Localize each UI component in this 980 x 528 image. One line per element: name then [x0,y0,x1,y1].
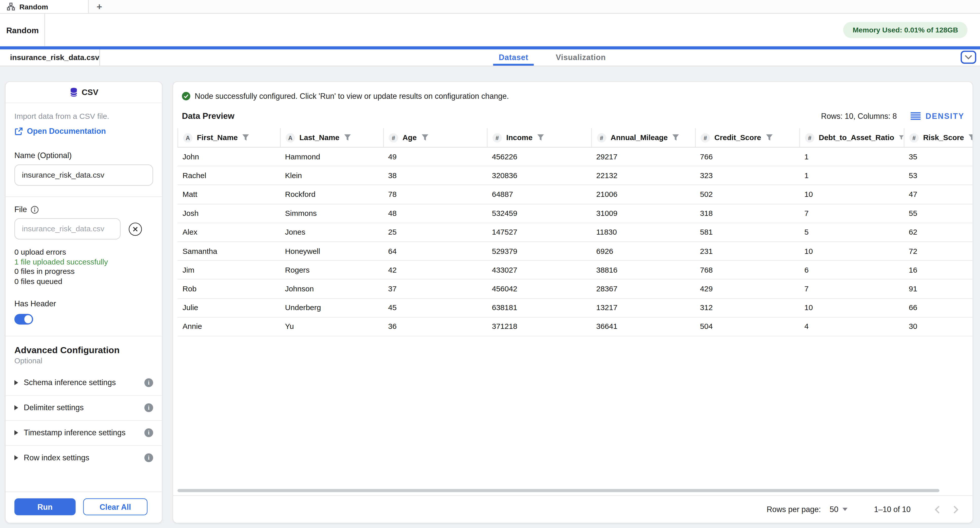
info-icon[interactable]: i [144,378,153,387]
advanced-setting-row[interactable]: Timestamp inference settingsi [6,420,162,445]
table-cell: 6 [799,261,904,279]
density-icon [911,112,921,120]
preview-header-row: Data Preview Rows: 10, Columns: 8 DENSIT… [173,111,973,121]
table-cell: 1 [799,147,904,166]
run-button[interactable]: Run [14,498,76,515]
info-icon[interactable]: i [144,404,153,412]
filter-icon [899,134,904,141]
table-cell: 42 [383,261,487,279]
view-tabs: Dataset Visualization [493,49,611,65]
column-type-icon: # [909,133,919,142]
table-cell: 31009 [591,204,695,222]
collapse-panel-button[interactable] [961,51,977,64]
table-cell: Yu [280,317,383,336]
column-header-credit_score[interactable]: #Credit_Score [695,128,799,147]
table-row[interactable]: JoshSimmons4853245931009318755 [178,204,972,223]
table-cell: 11830 [591,223,695,241]
workspace-tab[interactable]: Random [0,0,89,13]
table-cell: 48 [383,204,487,222]
table-cell: 581 [695,223,799,241]
tab-dataset[interactable]: Dataset [493,49,534,65]
table-cell: 64 [383,242,487,260]
density-button[interactable]: DENSITY [911,112,964,121]
name-input[interactable]: insurance_risk_data.csv [14,164,153,186]
table-cell: 5 [799,223,904,241]
basic-config-section: Import data from a CSV file. Open Docume… [6,103,162,196]
advanced-setting-row[interactable]: Delimiter settingsi [6,395,162,420]
workspace-tab-label: Random [19,3,48,10]
column-header-first_name[interactable]: AFirst_Name [178,128,280,147]
file-input[interactable]: insurance_risk_data.csv [14,218,121,239]
table-cell: 433027 [487,261,591,279]
table-cell: Josh [178,204,280,222]
dropdown-caret-icon [843,508,848,511]
upload-status-line: 0 files queued [14,277,153,286]
table-cell: 312 [695,299,799,317]
horizontal-scrollbar[interactable] [178,489,939,492]
table-row[interactable]: AnnieYu3637121836641504430 [178,317,972,337]
table-row[interactable]: MattRockford7864887210065021047 [178,185,972,204]
table-row[interactable]: JulieUnderberg45638181132173121066 [178,299,972,318]
table-cell: 47 [904,185,972,203]
column-header-risk_score[interactable]: #Risk_Score [904,128,972,147]
table-row[interactable]: RachelKlein3832083622132323153 [178,166,972,185]
column-type-icon: A [286,133,295,142]
previous-page-button[interactable] [934,505,940,514]
info-icon[interactable]: i [144,428,153,437]
filter-icon [421,134,429,141]
column-header-annual_mileage[interactable]: #Annual_Mileage [591,128,695,147]
workspace-title-cell[interactable]: Random [0,14,45,46]
table-row[interactable]: SamanthaHoneywell6452937969262311072 [178,242,972,261]
table-cell: Simmons [280,204,383,222]
table-cell: 16 [904,261,972,279]
table-cell: 66 [904,299,972,317]
table-cell: 29217 [591,147,695,166]
next-page-button[interactable] [953,505,959,514]
table-row[interactable]: AlexJones2514752711830581562 [178,223,972,242]
clear-all-button[interactable]: Clear All [83,498,147,515]
external-link-icon [14,127,23,136]
table-cell: 45 [383,299,487,317]
rows-per-page-label: Rows per page: [767,505,821,514]
table-cell: Matt [178,185,280,203]
chevron-down-icon [964,54,972,60]
table-cell: 323 [695,166,799,185]
table-cell: 10 [799,242,904,260]
new-tab-button[interactable]: + [89,0,110,13]
app-header: Random Memory Used: 0.01% of 128GB [0,14,980,46]
table-cell: 30 [904,317,972,336]
table-cell: 532459 [487,204,591,222]
column-header-last_name[interactable]: ALast_Name [280,128,383,147]
advanced-config-title: Advanced Configuration [6,345,162,355]
filter-icon [344,134,352,141]
table-row[interactable]: JimRogers4243302738816768616 [178,261,972,280]
status-message: Node successfully configured. Click 'Run… [195,92,509,101]
info-icon[interactable] [31,206,39,214]
table-cell: 766 [695,147,799,166]
filter-icon [242,134,250,141]
column-type-icon: # [597,133,606,142]
column-header-age[interactable]: #Age [383,128,487,147]
table-cell: Jim [178,261,280,279]
info-icon[interactable]: i [144,453,153,462]
rows-per-page-select[interactable]: 50 [830,505,848,514]
remove-file-button[interactable] [129,222,142,235]
table-row[interactable]: JohnHammond4945622629217766135 [178,147,972,166]
status-message-row: Node successfully configured. Click 'Run… [173,82,973,100]
tab-visualization[interactable]: Visualization [550,49,612,65]
table-cell: 55 [904,204,972,222]
open-documentation-link[interactable]: Open Documentation [14,127,153,136]
node-file-tab[interactable]: insurance_risk_data.csv [0,49,100,65]
advanced-setting-row[interactable]: Schema inference settingsi [6,370,162,395]
table-row[interactable]: RobJohnson3745604228367429791 [178,280,972,299]
table-cell: 504 [695,317,799,336]
advanced-setting-row[interactable]: Row index settingsi [6,445,162,470]
column-header-debt_to_asset_ratio[interactable]: #Debt_to_Asset_Ratio [799,128,904,147]
content-area: CSV Import data from a CSV file. Open Do… [0,65,980,528]
table-cell: 10 [799,299,904,317]
file-field-label: File [14,205,153,214]
column-header-income[interactable]: #Income [487,128,591,147]
table-cell: 768 [695,261,799,279]
advanced-config-rows: Schema inference settingsiDelimiter sett… [6,370,162,470]
has-header-toggle[interactable] [14,314,33,324]
